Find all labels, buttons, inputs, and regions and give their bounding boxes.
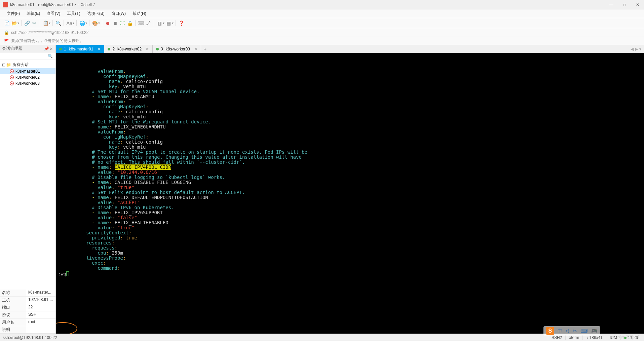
- terminal-line: configMapKeyRef:: [58, 74, 642, 79]
- terminal-line: - name: FELIX_HEALTHENABLED: [58, 220, 642, 225]
- dropdown-icon[interactable]: ▾: [98, 21, 100, 25]
- maximize-button[interactable]: □: [621, 2, 628, 8]
- search-icon[interactable]: 🔍: [55, 20, 62, 27]
- ime-item[interactable]: 🎮: [591, 328, 598, 334]
- layout-h-icon[interactable]: ▥: [156, 20, 163, 27]
- ime-item[interactable]: 中: [558, 328, 563, 334]
- ime-toolbar[interactable]: S 中•)✂⌨🎮: [543, 326, 600, 336]
- status-item: ↕ 186x41: [582, 335, 606, 340]
- pin-icon[interactable]: 📌: [44, 46, 49, 51]
- separator: [102, 20, 102, 26]
- disconnect-icon[interactable]: ✂: [31, 20, 38, 27]
- theme-icon[interactable]: 🎨: [91, 20, 98, 27]
- ime-item[interactable]: •): [566, 328, 569, 334]
- prop-row: 用户名root: [0, 319, 55, 326]
- font-icon[interactable]: Aa: [66, 20, 73, 27]
- tab-close-icon[interactable]: ✕: [146, 47, 149, 51]
- reconnect-icon[interactable]: 🔗: [24, 20, 30, 27]
- session-tree: ⊟ 📁 所有会话 k8s-master01k8s-worker02k8s-wor…: [0, 60, 55, 289]
- terminal-line: name: calico-config: [58, 109, 642, 114]
- tabstrip: 1k8s-master01✕2k8s-worker02✕3k8s-worker0…: [56, 45, 644, 53]
- dropdown-icon[interactable]: ▾: [172, 21, 174, 25]
- tab-menu-icon[interactable]: ▾: [639, 47, 641, 51]
- menu-item-选项卡[interactable]: 选项卡(B): [84, 10, 108, 17]
- record-icon[interactable]: ⏺: [104, 20, 111, 27]
- tab[interactable]: 1k8s-master01✕: [56, 45, 104, 53]
- tab-prev-icon[interactable]: ◀: [631, 47, 634, 51]
- session-item[interactable]: k8s-master01: [0, 68, 55, 74]
- prop-value: SSH: [26, 311, 55, 318]
- tab-close-icon[interactable]: ✕: [194, 47, 197, 51]
- lock-toolbar-icon[interactable]: 🔒: [126, 20, 133, 27]
- terminal-line: exec:: [58, 261, 642, 266]
- prop-row: 说明: [0, 326, 55, 334]
- highlight-icon[interactable]: 🖍: [145, 20, 152, 27]
- terminal-line: - name: FELIX_DEFAULTENDPOINTTOHOSTACTIO…: [58, 195, 642, 200]
- session-label: k8s-worker02: [15, 75, 40, 80]
- separator: [64, 20, 64, 26]
- sogou-icon[interactable]: S: [546, 327, 554, 335]
- new-session-icon[interactable]: 📄: [3, 20, 10, 27]
- dropdown-icon[interactable]: ▾: [49, 21, 50, 25]
- terminal[interactable]: valueFrom: configMapKeyRef: name: calico…: [56, 53, 644, 334]
- dropdown-icon[interactable]: ▾: [73, 21, 74, 25]
- close-button[interactable]: ✕: [634, 2, 641, 8]
- menu-item-窗口[interactable]: 窗口(W): [108, 10, 129, 17]
- panel-close-icon[interactable]: ✕: [49, 46, 53, 51]
- ime-item[interactable]: ⌨: [580, 328, 588, 334]
- prop-label: 说明: [0, 326, 26, 333]
- tab[interactable]: 3k8s-worker03✕: [153, 45, 201, 53]
- terminal-command-line[interactable]: :wq: [58, 271, 642, 276]
- address-text: ssh://root:**************@192.168.91.100…: [11, 30, 88, 35]
- globe-icon[interactable]: 🌐: [79, 20, 85, 27]
- menu-item-文件[interactable]: 文件(F): [3, 10, 23, 17]
- watermark: CSDN @ 万票打印: [610, 335, 641, 340]
- session-item[interactable]: k8s-worker03: [0, 80, 55, 86]
- prop-value: k8s-master...: [26, 289, 55, 296]
- terminal-line: # The default IPv4 pool to create on sta…: [58, 150, 642, 155]
- stop-icon[interactable]: ⏹: [112, 20, 118, 27]
- add-tab-button[interactable]: +: [201, 46, 209, 52]
- hint-bar: 🚩 要添加当前会话，点击左侧的箭头按钮。: [0, 37, 644, 45]
- terminal-line: # chosen from this range. Changing this …: [58, 155, 642, 160]
- terminal-line: - name: FELIX_VXLANMTU: [58, 94, 642, 99]
- minimize-button[interactable]: —: [607, 2, 615, 8]
- folder-icon: 📁: [6, 63, 11, 67]
- terminal-line: - name: FELIX_WIREGUARDMTU: [58, 124, 642, 129]
- terminal-line: name: calico-config: [58, 140, 642, 145]
- work-area: 1k8s-master01✕2k8s-worker02✕3k8s-worker0…: [56, 45, 644, 334]
- prop-value: root: [26, 319, 55, 326]
- prop-value: 22: [26, 304, 55, 311]
- tree-toggle-icon[interactable]: ⊟: [2, 63, 5, 67]
- status-dot-icon: [108, 48, 110, 50]
- layout-grid-icon[interactable]: ▦: [165, 20, 172, 27]
- tab[interactable]: 2k8s-worker02✕: [104, 45, 153, 53]
- address-bar[interactable]: 🔒 ssh://root:**************@192.168.91.1…: [0, 28, 644, 37]
- help-icon[interactable]: ❓: [178, 20, 185, 27]
- dropdown-icon[interactable]: ▾: [85, 21, 87, 25]
- terminal-line: configMapKeyRef:: [58, 135, 642, 140]
- menu-item-编辑[interactable]: 编辑(E): [23, 10, 43, 17]
- tab-next-icon[interactable]: ▶: [635, 47, 638, 51]
- open-session-icon[interactable]: 📂: [11, 20, 17, 27]
- tab-close-icon[interactable]: ✕: [97, 47, 101, 51]
- fullscreen-icon[interactable]: ⛶: [119, 20, 126, 27]
- menu-item-查看[interactable]: 查看(V): [43, 10, 64, 17]
- tree-root[interactable]: ⊟ 📁 所有会话: [0, 61, 55, 68]
- copy-icon[interactable]: 📋: [42, 20, 49, 27]
- menu-item-工具[interactable]: 工具(T): [64, 10, 83, 17]
- separator: [76, 20, 77, 26]
- toolbar: 📄📂▾🔗✂📋▾🔍Aa▾🌐▾🎨▾⏺⏹⛶🔒⌨🖍▥▾▦▾❓: [0, 18, 644, 28]
- prop-label: 主机: [0, 297, 26, 304]
- session-label: k8s-master01: [15, 69, 40, 74]
- session-item[interactable]: k8s-worker02: [0, 74, 55, 80]
- dropdown-icon[interactable]: ▾: [163, 21, 164, 25]
- session-panel-header: 会话管理器 📌 ✕: [0, 45, 55, 52]
- separator: [89, 20, 89, 26]
- ime-item[interactable]: ✂: [573, 328, 577, 334]
- dropdown-icon[interactable]: ▾: [17, 21, 19, 25]
- menu-item-帮助[interactable]: 帮助(H): [129, 10, 150, 17]
- separator: [52, 20, 53, 26]
- keyboard-icon[interactable]: ⌨: [138, 20, 144, 27]
- session-search[interactable]: 🔍: [0, 52, 55, 60]
